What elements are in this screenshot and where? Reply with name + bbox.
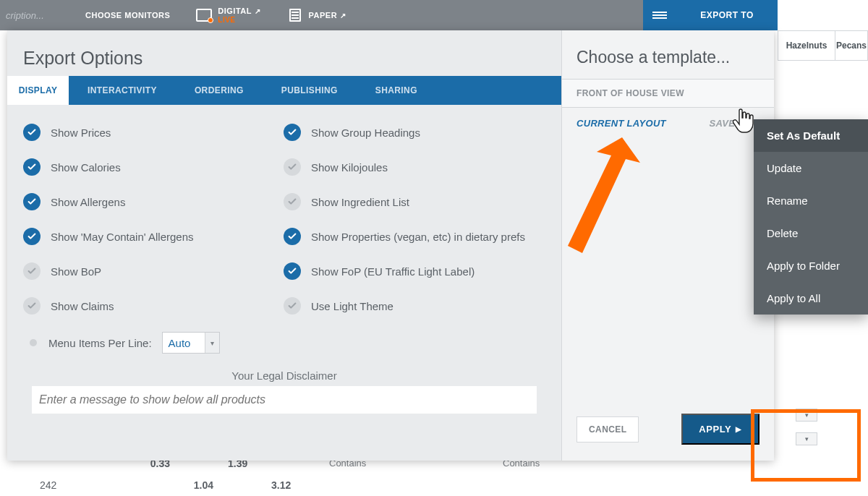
option-left-5: Show Claims bbox=[23, 297, 276, 315]
paper-icon bbox=[287, 9, 303, 22]
ctx-delete[interactable]: Delete bbox=[754, 217, 868, 249]
option-label: Show BoP bbox=[51, 265, 101, 278]
option-label: Show Prices bbox=[51, 127, 111, 139]
export-options-panel: Export Options DISPLAY INTERACTIVITY ORD… bbox=[7, 30, 774, 461]
option-left-4: Show BoP bbox=[23, 262, 276, 280]
paper-button[interactable]: PAPER bbox=[274, 0, 359, 30]
paper-label: PAPER bbox=[309, 11, 346, 20]
digital-button[interactable]: DIGITAL LIVE bbox=[183, 0, 273, 30]
panel-tabs: DISPLAY INTERACTIVITY ORDERING PUBLISHIN… bbox=[7, 76, 561, 105]
option-label: Show Group Headings bbox=[311, 127, 420, 139]
monitor-icon bbox=[196, 9, 212, 22]
template-title: Choose a template... bbox=[562, 30, 774, 79]
option-label: Show 'May Contain' Allergens bbox=[51, 231, 194, 243]
tab-publishing[interactable]: PUBLISHING bbox=[263, 76, 357, 105]
option-label: Show Claims bbox=[51, 300, 114, 312]
ctx-set-as-default[interactable]: Set As Default bbox=[754, 119, 868, 152]
option-label: Use Light Theme bbox=[311, 300, 393, 312]
checkbox[interactable] bbox=[23, 297, 41, 315]
checkbox[interactable] bbox=[23, 228, 41, 245]
template-section-header: FRONT OF HOUSE VIEW bbox=[562, 79, 774, 108]
apply-button[interactable]: APPLY bbox=[681, 414, 760, 445]
option-label: Show Calories bbox=[51, 161, 121, 174]
ctx-apply-to-folder[interactable]: Apply to Folder bbox=[754, 249, 868, 282]
bg-val: 3.12 bbox=[271, 479, 315, 491]
cancel-button[interactable]: CANCEL bbox=[576, 416, 639, 442]
checkbox[interactable] bbox=[284, 228, 301, 245]
option-right-5: Use Light Theme bbox=[284, 297, 545, 315]
legal-disclaimer-label: Your Legal Disclaimer bbox=[23, 369, 545, 382]
chevron-down-icon bbox=[205, 333, 219, 353]
per-line-value: Auto bbox=[169, 337, 191, 349]
bg-val: 1.04 bbox=[170, 479, 213, 491]
save-as-link[interactable]: SAVE AS... bbox=[710, 118, 760, 129]
option-left-2: Show Allergens bbox=[23, 193, 276, 210]
option-left-0: Show Prices bbox=[23, 124, 276, 141]
digital-sublabel: LIVE bbox=[218, 16, 235, 24]
checkbox[interactable] bbox=[23, 193, 41, 210]
ctx-update[interactable]: Update bbox=[754, 152, 868, 184]
tab-sharing[interactable]: SHARING bbox=[357, 76, 436, 105]
per-line-select[interactable]: Auto bbox=[162, 332, 220, 354]
checkbox[interactable] bbox=[23, 262, 41, 280]
digital-label: DIGITAL bbox=[218, 7, 260, 15]
option-label: Show Properties (vegan, etc) in dietary … bbox=[311, 231, 525, 243]
legal-disclaimer-input[interactable] bbox=[32, 386, 537, 414]
option-right-3: Show Properties (vegan, etc) in dietary … bbox=[284, 228, 545, 245]
checkbox[interactable] bbox=[23, 124, 41, 141]
top-toolbar: cription... CHOOSE MONITORS DIGITAL LIVE… bbox=[0, 0, 778, 30]
checkbox[interactable] bbox=[284, 297, 301, 315]
tab-interactivity[interactable]: INTERACTIVITY bbox=[69, 76, 176, 105]
template-context-menu: Set As Default Update Rename Delete Appl… bbox=[754, 119, 868, 315]
bg-dropdown-2[interactable] bbox=[796, 432, 817, 445]
choose-monitors-button[interactable]: CHOOSE MONITORS bbox=[72, 0, 183, 30]
ctx-rename[interactable]: Rename bbox=[754, 184, 868, 217]
bg-tab-hazelnuts[interactable]: Hazelnuts bbox=[778, 30, 835, 61]
bg-val: 242 bbox=[40, 479, 69, 491]
bg-dropdown-1[interactable] bbox=[796, 409, 817, 422]
checkbox[interactable] bbox=[284, 124, 301, 141]
export-settings-button[interactable] bbox=[643, 0, 676, 30]
option-right-0: Show Group Headings bbox=[284, 124, 545, 141]
sliders-icon bbox=[652, 10, 667, 20]
option-label: Show Kilojoules bbox=[311, 161, 388, 174]
description-field[interactable]: cription... bbox=[0, 0, 72, 30]
option-right-1: Show Kilojoules bbox=[284, 158, 545, 176]
choose-monitors-label: CHOOSE MONITORS bbox=[85, 11, 170, 20]
current-layout-link[interactable]: CURRENT LAYOUT bbox=[576, 118, 666, 129]
tab-display[interactable]: DISPLAY bbox=[7, 76, 69, 105]
checkbox[interactable] bbox=[284, 193, 301, 210]
bullet-icon bbox=[30, 339, 37, 346]
export-to-button[interactable]: EXPORT TO bbox=[676, 0, 778, 30]
checkbox[interactable] bbox=[23, 158, 41, 176]
option-label: Show Allergens bbox=[51, 196, 125, 208]
per-line-label: Menu Items Per Line: bbox=[48, 337, 152, 349]
option-label: Show FoP (EU Traffic Light Label) bbox=[311, 265, 475, 278]
option-right-2: Show Ingredient List bbox=[284, 193, 545, 210]
option-right-4: Show FoP (EU Traffic Light Label) bbox=[284, 262, 545, 280]
ctx-apply-to-all[interactable]: Apply to All bbox=[754, 282, 868, 315]
option-label: Show Ingredient List bbox=[311, 196, 409, 208]
option-left-3: Show 'May Contain' Allergens bbox=[23, 228, 276, 245]
bg-tab-pecans[interactable]: Pecans bbox=[835, 30, 868, 61]
option-left-1: Show Calories bbox=[23, 158, 276, 176]
background-data-strip: 0.33 1.39 Contains Contains 242 1.04 3.1… bbox=[0, 461, 561, 496]
checkbox[interactable] bbox=[284, 262, 301, 280]
panel-title: Export Options bbox=[7, 30, 561, 76]
checkbox[interactable] bbox=[284, 158, 301, 176]
tab-ordering[interactable]: ORDERING bbox=[176, 76, 263, 105]
